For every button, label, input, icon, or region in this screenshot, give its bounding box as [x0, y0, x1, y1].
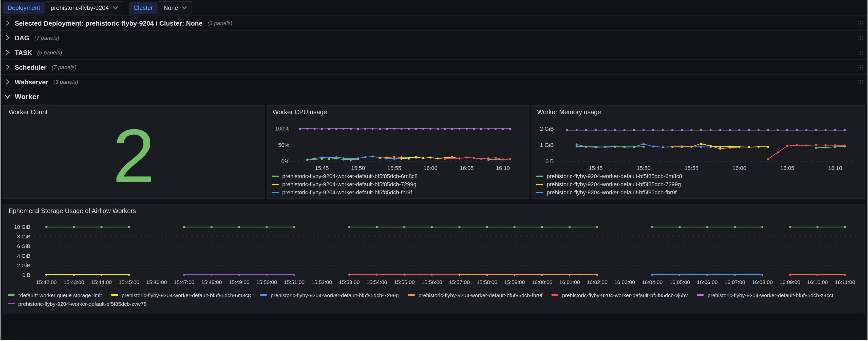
deployment-variable-label[interactable]: Deployment [3, 2, 44, 14]
svg-text:100%: 100% [275, 125, 289, 132]
svg-text:0 B: 0 B [546, 158, 554, 164]
svg-text:16:00: 16:00 [733, 165, 746, 171]
row-title: DAG [15, 34, 29, 41]
panel-title[interactable]: Worker CPU usage [268, 106, 528, 119]
svg-text:6 GiB: 6 GiB [17, 243, 30, 249]
chevron-down-icon [113, 6, 118, 9]
legend-item[interactable]: prehistoric-flyby-9204-worker-default-bf… [552, 290, 688, 299]
cluster-variable-value: None [164, 4, 178, 11]
chevron-right-icon [5, 20, 12, 26]
svg-text:16:03:00: 16:03:00 [614, 279, 635, 285]
chevron-down-icon [5, 93, 12, 99]
row-worker[interactable]: Worker [1, 89, 867, 104]
row-panel-count: (3 panels) [208, 20, 232, 26]
dashboard-variables-bar: Deployment prehistoric-flyby-9204 Cluste… [1, 0, 867, 16]
svg-text:15:54:00: 15:54:00 [366, 279, 387, 285]
svg-text:15:55: 15:55 [685, 165, 699, 171]
grafana-dashboard: Deployment prehistoric-flyby-9204 Cluste… [1, 0, 867, 340]
cluster-variable-select[interactable]: None [159, 1, 192, 14]
legend-swatch-icon [8, 303, 15, 304]
legend-swatch-icon [272, 191, 279, 193]
svg-text:0%: 0% [281, 158, 289, 164]
worker-cpu-chart[interactable]: 0%50%100%15:4515:5015:5516:0016:0516:10 [270, 120, 524, 172]
svg-text:0 B: 0 B [22, 272, 30, 278]
svg-text:15:52:00: 15:52:00 [311, 279, 332, 285]
legend-item[interactable]: prehistoric-flyby-9204-worker-default-bf… [697, 290, 833, 299]
legend-item[interactable]: "default" worker queue storage limit [8, 290, 102, 299]
row-dag[interactable]: DAG (7 panels) [1, 30, 867, 45]
row-scheduler[interactable]: Scheduler (7 panels) [1, 60, 867, 74]
svg-text:16:00:00: 16:00:00 [532, 279, 553, 285]
legend-swatch-icon [272, 183, 279, 185]
legend-item[interactable]: prehistoric-flyby-9204-worker-default-bf… [272, 180, 524, 188]
legend-item[interactable]: prehistoric-flyby-9204-worker-default-bf… [536, 172, 860, 180]
legend-item[interactable]: prehistoric-flyby-9204-worker-default-bf… [260, 290, 399, 299]
legend-item[interactable]: prehistoric-flyby-9204-worker-default-bf… [536, 180, 860, 188]
row-drag-handle-icon[interactable] [858, 20, 863, 26]
legend-item[interactable]: prehistoric-flyby-9204-worker-default-bf… [272, 188, 524, 196]
svg-text:15:51:00: 15:51:00 [284, 279, 305, 285]
cluster-variable-label[interactable]: Cluster [129, 2, 158, 14]
row-title: Selected Deployment: prehistoric-flyby-9… [15, 19, 203, 27]
legend-item[interactable]: prehistoric-flyby-9204-worker-default-bf… [111, 290, 251, 299]
legend-label: prehistoric-flyby-9204-worker-default-bf… [271, 292, 399, 298]
ephemeral-storage-panel: Ephemeral Storage Usage of Airflow Worke… [3, 204, 865, 314]
svg-text:16:09:00: 16:09:00 [780, 279, 800, 285]
svg-text:2 GiB: 2 GiB [17, 262, 30, 268]
legend-label: prehistoric-flyby-9204-worker-default-bf… [282, 189, 412, 195]
svg-text:50%: 50% [278, 142, 289, 148]
svg-text:15:45: 15:45 [315, 165, 329, 171]
svg-text:15:45: 15:45 [589, 165, 603, 171]
svg-text:15:53:00: 15:53:00 [339, 279, 360, 285]
row-drag-handle-icon[interactable] [858, 50, 863, 55]
row-title: Worker [15, 92, 39, 100]
row-selected-deployment[interactable]: Selected Deployment: prehistoric-flyby-9… [1, 16, 867, 30]
worker-count-panel: Worker Count 2 [3, 105, 265, 199]
deployment-variable-select[interactable]: prehistoric-flyby-9204 [45, 1, 123, 14]
legend-item[interactable]: prehistoric-flyby-9204-worker-default-bf… [8, 299, 147, 308]
row-panel-count: (6 panels) [37, 50, 62, 56]
ephemeral-storage-chart[interactable]: 0 B2 GiB4 GiB6 GiB8 GiB10 GiB15:42:0015:… [6, 219, 863, 289]
legend-item[interactable]: prehistoric-flyby-9204-worker-default-bf… [408, 290, 542, 299]
row-drag-handle-icon[interactable] [858, 35, 863, 40]
svg-text:16:10:00: 16:10:00 [807, 279, 828, 285]
svg-text:16:10: 16:10 [828, 165, 842, 171]
svg-text:16:01:00: 16:01:00 [559, 279, 580, 285]
legend-swatch-icon [536, 191, 543, 193]
row-drag-handle-icon[interactable] [858, 79, 863, 85]
series-unlabeled-purple [566, 129, 846, 131]
svg-text:16:05: 16:05 [780, 165, 794, 171]
cluster-variable: Cluster None [129, 1, 192, 14]
svg-text:4 GiB: 4 GiB [17, 253, 30, 259]
legend-label: "default" worker queue storage limit [18, 292, 102, 298]
svg-text:15:50: 15:50 [351, 165, 365, 171]
row-panel-count: (7 panels) [34, 35, 59, 41]
legend-swatch-icon [8, 294, 15, 296]
worker-count-value: 2 [4, 113, 264, 198]
svg-text:16:07:00: 16:07:00 [724, 279, 745, 285]
legend-swatch-icon [260, 294, 267, 296]
worker-cpu-panel: Worker CPU usage 0%50%100%15:4515:5015:5… [267, 105, 529, 199]
legend-item[interactable]: prehistoric-flyby-9204-worker-default-bf… [272, 172, 524, 180]
legend-swatch-icon [536, 175, 543, 177]
legend-item[interactable]: prehistoric-flyby-9204-worker-default-bf… [536, 188, 860, 196]
svg-text:16:10: 16:10 [496, 165, 510, 171]
chevron-right-icon [5, 50, 12, 56]
panel-title[interactable]: Ephemeral Storage Usage of Airflow Worke… [4, 205, 864, 218]
svg-text:15:50:00: 15:50:00 [256, 279, 277, 285]
row-task[interactable]: TASK (6 panels) [1, 45, 867, 60]
worker-memory-chart[interactable]: 0 B1 GiB2 GiB15:4515:5015:5516:0016:0516… [534, 120, 861, 172]
row-webserver[interactable]: Webserver (3 panels) [1, 74, 867, 89]
panel-title[interactable]: Worker Memory usage [532, 106, 864, 119]
svg-text:15:58:00: 15:58:00 [476, 279, 497, 285]
series-unlabeled-red [767, 144, 846, 160]
svg-text:16:02:00: 16:02:00 [587, 279, 608, 285]
row-drag-handle-icon[interactable] [858, 64, 863, 70]
legend-label: prehistoric-flyby-9204-worker-default-bf… [708, 292, 833, 298]
chevron-down-icon [182, 6, 187, 9]
svg-text:15:55:00: 15:55:00 [394, 279, 415, 285]
svg-text:15:56:00: 15:56:00 [422, 279, 442, 285]
row-panel-count: (3 panels) [54, 79, 78, 85]
svg-text:10 GiB: 10 GiB [14, 224, 30, 230]
legend-label: prehistoric-flyby-9204-worker-default-bf… [282, 173, 417, 179]
